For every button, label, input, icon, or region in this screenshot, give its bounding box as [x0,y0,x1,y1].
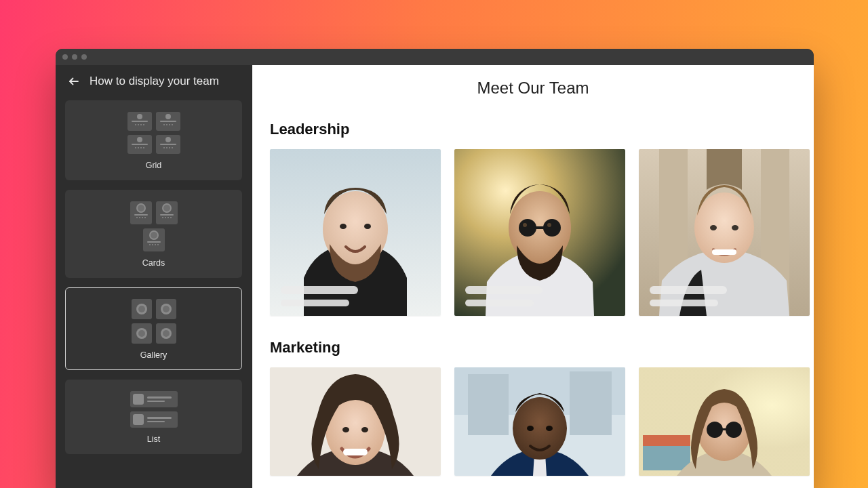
app-window: How to display your team [56,49,814,488]
layout-option-label: Cards [142,258,165,268]
list-thumbnail-icon [130,391,178,428]
section-title-marketing: Marketing [270,339,796,357]
window-titlebar [56,49,814,65]
page-title: Meet Our Team [270,79,796,98]
team-member-photo[interactable] [270,149,441,316]
layout-option-label: Gallery [140,350,167,360]
caption-placeholder [465,286,614,306]
sidebar: How to display your team [56,65,252,488]
svg-point-8 [543,219,561,237]
layout-option-label: List [147,434,160,444]
layout-option-cards[interactable]: Cards [65,190,242,278]
grid-thumbnail-icon [127,112,180,154]
svg-rect-34 [643,435,690,446]
cards-thumbnail-icon [130,201,178,251]
section-title-leadership: Leadership [270,121,796,138]
svg-rect-26 [468,374,509,435]
svg-point-36 [707,422,723,438]
svg-point-7 [519,219,536,237]
svg-point-30 [546,426,553,431]
layout-option-label: Grid [146,161,162,170]
svg-rect-18 [712,249,736,255]
svg-rect-23 [343,449,368,455]
caption-placeholder [281,286,430,306]
team-member-photo[interactable] [454,367,625,476]
svg-point-11 [547,223,551,227]
window-control-dot [81,54,87,60]
svg-point-17 [732,225,738,230]
svg-rect-33 [643,443,690,470]
team-member-photo[interactable] [454,149,625,316]
svg-point-21 [342,427,349,432]
svg-point-37 [726,422,742,438]
svg-point-29 [527,426,534,431]
svg-point-3 [340,224,347,229]
svg-point-22 [361,427,368,432]
back-arrow-icon[interactable] [68,75,80,87]
svg-point-16 [710,225,717,230]
layout-option-list[interactable]: List [65,380,242,454]
gallery-row-marketing [270,367,796,476]
sidebar-header: How to display your team [56,65,252,100]
sidebar-title: How to display your team [90,75,219,88]
svg-rect-27 [570,371,612,435]
svg-point-10 [523,223,527,227]
preview-pane: Meet Our Team Leadership [252,65,814,488]
window-body: How to display your team [56,65,814,488]
team-member-photo[interactable] [639,149,810,316]
svg-point-4 [364,224,371,229]
layout-option-gallery[interactable]: Gallery [65,287,242,370]
layout-option-grid[interactable]: Grid [65,100,242,180]
team-member-photo[interactable] [270,367,441,476]
gradient-background: How to display your team [0,0,868,488]
gallery-row-leadership [270,149,796,316]
caption-placeholder [650,286,799,306]
layout-options-list: Grid Cards [56,100,252,488]
window-control-dot [72,54,77,60]
window-control-dot [62,54,68,60]
svg-rect-9 [535,226,545,229]
svg-rect-38 [722,428,727,430]
gallery-thumbnail-icon [132,299,176,344]
team-member-photo[interactable] [639,367,810,476]
